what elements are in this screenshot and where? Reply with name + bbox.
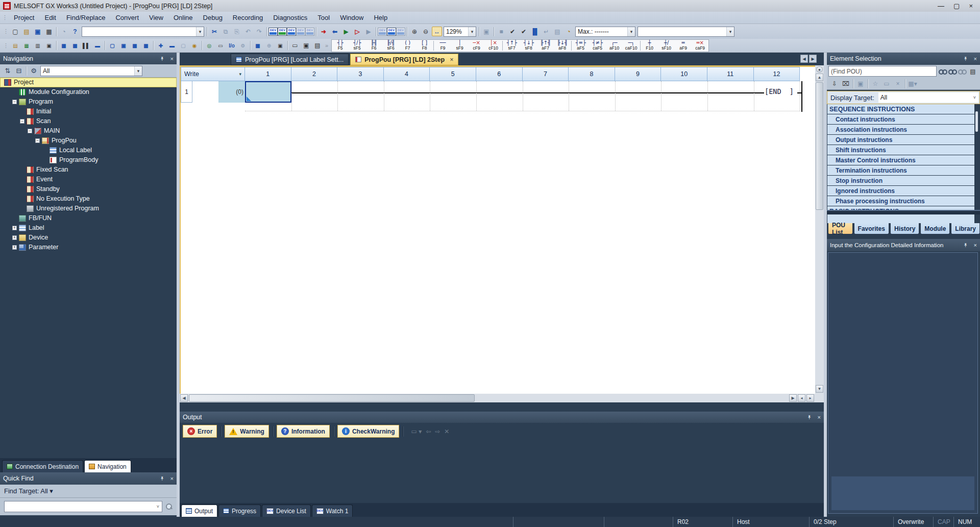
- config-info-inputbox[interactable]: [831, 476, 974, 510]
- ladder-btn-aF8[interactable]: ╟↓╢aF8: [554, 40, 571, 52]
- hscroll-thumb[interactable]: [189, 394, 475, 402]
- menu-convert[interactable]: Convert: [110, 12, 144, 23]
- close-button[interactable]: ×: [969, 2, 973, 10]
- help-icon[interactable]: ?: [70, 27, 80, 36]
- output-tab-output[interactable]: Output: [181, 505, 217, 517]
- close-tab-icon[interactable]: ×: [450, 56, 453, 63]
- convert-check-icon[interactable]: ✔: [507, 27, 518, 36]
- world-icon[interactable]: ⊕: [264, 41, 274, 51]
- doc-tab-inactive[interactable]: ProgPou [PRG] [Local Label Sett...: [231, 54, 349, 65]
- work-window-icon[interactable]: ▣: [301, 41, 311, 51]
- minimize-button[interactable]: —: [938, 2, 944, 10]
- menu-edit[interactable]: Edit: [39, 12, 61, 23]
- device-list-icon[interactable]: DEV: [296, 28, 305, 36]
- jump-icon[interactable]: ↵: [541, 27, 551, 36]
- search-icon[interactable]: [165, 503, 173, 510]
- program-check-icon[interactable]: ▤: [552, 27, 562, 36]
- note-icon[interactable]: ⚙: [238, 41, 248, 51]
- help2-icon[interactable]: ◎: [204, 41, 214, 51]
- menu-view[interactable]: View: [144, 12, 168, 23]
- tree-filter-combo[interactable]: All ▾: [40, 66, 142, 76]
- tree-expander-icon[interactable]: −: [20, 119, 24, 124]
- ladder-btn-F9[interactable]: ──F9: [434, 40, 451, 52]
- save-project-icon[interactable]: ▣: [33, 27, 43, 36]
- es-tab-history[interactable]: History: [890, 223, 919, 234]
- gear-icon[interactable]: ⚙: [29, 66, 39, 76]
- display-format-icon[interactable]: ▦: [253, 41, 263, 51]
- ladder-canvas[interactable]: Write ▾ 123456789101112 1 (0) [END ]: [180, 65, 815, 394]
- instruction-item[interactable]: Phase processing instructions: [827, 196, 974, 206]
- overflow-chevron[interactable]: »: [323, 42, 329, 49]
- output-tab-progress[interactable]: Progress: [218, 505, 261, 517]
- output-tab-watch-1[interactable]: DEVWatch 1: [312, 505, 353, 517]
- scroll-right-icon[interactable]: ▶: [789, 394, 797, 402]
- horizontal-scrollbar[interactable]: ◀ ▶ ◂ ▸: [180, 394, 815, 402]
- find-next-icon[interactable]: [948, 68, 956, 75]
- ladder-btn-sF7[interactable]: ┤↑├sF7: [503, 40, 520, 52]
- quickfind-target-bar[interactable]: Find Target: All ▾: [0, 485, 177, 498]
- zoom-level-combo[interactable]: 129%▾: [444, 27, 476, 37]
- device-comment-icon[interactable]: ▢: [107, 41, 117, 51]
- es-tab-library[interactable]: Library: [951, 223, 980, 234]
- label-editor-icon[interactable]: ▥: [33, 41, 43, 51]
- max-combo[interactable]: Max.: -------▾: [575, 27, 635, 37]
- instruction-scrollbar[interactable]: [974, 104, 979, 210]
- tab-scroll-left-icon[interactable]: ◀: [800, 55, 808, 63]
- instruction-group[interactable]: BASIC INSTRUCTIONS: [827, 206, 974, 210]
- st-icon[interactable]: ▢: [178, 41, 188, 51]
- tree-item-programbody[interactable]: ProgramBody: [0, 155, 177, 165]
- ladder-btn-F5[interactable]: ┤├F5: [332, 40, 349, 52]
- close-panel-icon[interactable]: ×: [170, 475, 174, 482]
- tree-item-device[interactable]: +Device: [0, 233, 177, 243]
- tree-expander-icon[interactable]: −: [35, 138, 40, 143]
- vscroll-thumb[interactable]: [816, 82, 823, 210]
- screen-icon[interactable]: ▬: [92, 41, 103, 51]
- favorites-star-icon[interactable]: ☆: [870, 79, 880, 88]
- ladder-btn-sF10[interactable]: ┼/sF10: [658, 40, 675, 52]
- dev-mon2-icon[interactable]: ▦: [141, 41, 151, 51]
- delete-icon[interactable]: ×: [893, 79, 903, 88]
- history-icon[interactable]: ◔: [59, 27, 69, 36]
- ladder-btn-F6[interactable]: ╟╢F6: [365, 40, 382, 52]
- parameter-icon[interactable]: ▤: [10, 41, 20, 51]
- end-instruction[interactable]: [END ]: [764, 87, 794, 95]
- ladder-btn-aF5[interactable]: ┤=├aF5: [572, 40, 589, 52]
- stop-monitor-icon[interactable]: ▭ ▾: [411, 428, 422, 435]
- panel-tab-navigation[interactable]: Navigation: [84, 460, 131, 472]
- scroll-down-icon[interactable]: ▼: [816, 385, 823, 393]
- doc-tab-active[interactable]: ProgPou [PRG] [LD] 2Step×: [350, 54, 458, 65]
- monitor-window2-icon[interactable]: ▦: [70, 41, 80, 51]
- ladder-btn-sF9[interactable]: │sF9: [451, 40, 468, 52]
- simulation-icon[interactable]: ▣: [481, 27, 492, 36]
- tree-expander-icon[interactable]: +: [12, 245, 17, 250]
- tree-item-program[interactable]: −Program: [0, 97, 177, 107]
- tree-expand-icon[interactable]: ⊟: [14, 66, 24, 76]
- open-project-icon[interactable]: ▤: [21, 27, 32, 36]
- zoom-in-icon[interactable]: ⊕: [409, 27, 420, 36]
- instruction-group[interactable]: SEQUENCE INSTRUCTIONS: [827, 104, 974, 114]
- paste-icon[interactable]: ⎘: [232, 27, 242, 36]
- instruction-item[interactable]: Master Control instructions: [827, 155, 974, 165]
- maximize-button[interactable]: ▢: [953, 2, 960, 10]
- tree-item-module-configuration[interactable]: Module Configuration: [0, 87, 177, 97]
- remote-op-icon[interactable]: ▶: [363, 27, 374, 36]
- instruction-item[interactable]: Termination instructions: [827, 165, 974, 175]
- menu-online[interactable]: Online: [168, 12, 198, 23]
- undo-icon[interactable]: ↶: [243, 27, 253, 36]
- comment-display-icon[interactable]: ▭: [215, 41, 226, 51]
- tree-item-local-label[interactable]: Local Label: [0, 146, 177, 155]
- cut-icon[interactable]: ✂: [209, 27, 219, 36]
- ladder-btn-caF5[interactable]: ┤≠├caF5: [589, 40, 606, 52]
- tree-expander-icon[interactable]: −: [28, 129, 32, 133]
- ladder-btn-F10[interactable]: ┼F10: [641, 40, 658, 52]
- ladder-btn-cF9[interactable]: ─×cF9: [468, 40, 485, 52]
- pin-icon[interactable]: 🖈: [963, 56, 969, 62]
- close-panel-icon[interactable]: ×: [974, 56, 977, 62]
- cross-ref-icon[interactable]: ◉: [189, 41, 200, 51]
- tree-item-project[interactable]: Project: [0, 78, 177, 87]
- sfc-icon[interactable]: ▬: [167, 41, 177, 51]
- new-folder-icon[interactable]: ▭: [881, 79, 892, 88]
- window-cascade-icon[interactable]: ▣: [44, 41, 54, 51]
- monitor-write-icon[interactable]: DEV: [396, 28, 405, 36]
- tree-item-fb-fun[interactable]: FB/FUN: [0, 213, 177, 223]
